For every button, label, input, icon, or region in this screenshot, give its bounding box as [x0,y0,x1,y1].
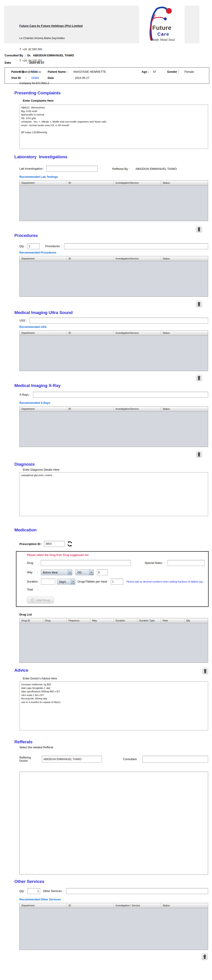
referral-input-row: Reffering Doctor Consultant [19,756,208,763]
trash-icon [202,954,207,959]
delete-procedure-button[interactable] [196,301,202,307]
total-label: Total : [27,588,39,591]
column-header-investigation-service: Investigation/Service [114,181,161,185]
column-header-note: Note [161,618,185,623]
logo-tagline: Body Mind Soul [152,38,175,41]
uss-input[interactable] [30,318,208,323]
column-header-way: Way [90,618,114,623]
company-email: E: jude@future.sc [19,70,82,74]
lab-testings-table: Department ID Investigation/Service Stat… [19,180,208,221]
section-title-xray: Medical Imaging X-Ray [14,383,212,388]
table-header-row: Department ID Investigation/Service Stat… [19,256,208,261]
column-header-id: ID [67,407,114,411]
advice-label: Enter Doctor's Advice Here [23,677,212,680]
company-name: Future Care by Future Holdings (Pty) Lim… [19,24,82,28]
section-title-diagnosis: Diagnosis [14,462,212,467]
patient-gender-value: Female [185,70,194,73]
recommended-procedures-label: Recommended Procedures [19,251,212,254]
per-meal-qty-input[interactable] [111,579,123,585]
other-services-input[interactable] [66,888,208,894]
column-header-status: Status [161,407,208,411]
procedures-qty-input[interactable] [27,243,40,249]
xray-input[interactable] [33,392,208,398]
trash-icon [197,452,201,457]
company-address: Le Chainter,Victoria,Mahe,Seychelles [19,37,82,40]
drug-suggestion-warning: Please select the Drug from Drug suggess… [27,554,208,557]
consultant-input[interactable] [143,756,208,763]
drug-input[interactable] [41,560,131,566]
total-row: Total : [27,588,208,591]
drug-list-label: Drug List [19,613,212,616]
section-title-advice: Advice [14,668,28,673]
table-header-row: Department ID Investigation/Service Stat… [19,181,208,186]
duration-label: Duration : [27,580,39,583]
column-header-investigation-service: Investigation / Service [114,903,161,908]
consultant-label: Consultant [123,757,137,761]
other-services-table: Department ID Investigation / Service St… [19,903,208,950]
prescription-id-input[interactable] [44,541,64,547]
frequency-select[interactable]: OD ▼ [75,570,94,575]
trash-icon [197,375,201,380]
column-header-status: Status [161,256,208,261]
procedures-qty-label: Qty : [19,245,25,248]
patient-age-value: 47 [153,70,167,73]
column-header-drug-id: Drug ID [19,618,43,623]
procedures-delete-row [0,301,208,307]
lab-investigation-row: Lab Investingation : Reffered By : ABIOD… [19,166,208,172]
section-title-other-services: Other Services [14,879,212,884]
company-info: Future Care by Future Holdings (Pty) Lim… [19,17,82,92]
recommended-lab-testings-label: Recommended Lab Testings [19,175,212,178]
procedures-input[interactable] [64,243,208,249]
delete-drug-button[interactable] [202,668,208,674]
advice-textarea[interactable]: Increase metformin 1g BID Add caps ferog… [19,681,208,730]
drug-label: Drug : [27,562,39,565]
special-notes-input[interactable] [167,560,204,566]
other-services-qty-input[interactable] [27,888,40,894]
section-title-laboratory-investigations: Laboratory Investigations [14,154,212,159]
table-header-row: Department ID Investigation / Service St… [19,903,208,908]
duration-unit-select[interactable]: Day/s ▼ [57,579,75,585]
chevron-down-icon: ▼ [68,570,72,575]
uss-table: Department ID Investigation/Service Stat… [19,330,208,371]
meal-timing-select[interactable]: Before Meal ▼ [41,570,72,575]
column-header-department: Department [19,181,67,185]
referral-listbox[interactable] [19,772,208,875]
drug-list-table: Drug ID Drug Fequency Way Duration Durat… [19,618,208,663]
complaints-textarea[interactable]: HBA1C- 90mmol/mol fbg- 9.69 mol/l lipid … [19,105,208,149]
table-body [19,261,208,296]
column-header-status: Status [161,331,208,336]
lab-investigation-input[interactable] [46,166,98,172]
refresh-prescription-button[interactable] [67,541,73,547]
column-header-department: Department [19,256,67,261]
column-header-duration: Duration [114,618,137,623]
delete-uss-button[interactable] [196,375,202,381]
delete-other-service-button[interactable] [202,953,208,960]
frequency-qty-input[interactable] [97,570,108,575]
drug-entry-panel: Please select the Drug from Drug suggess… [16,551,209,607]
patient-name-value: ANASTASIE HENRIETTE [73,70,141,73]
referring-doctor-input[interactable] [42,756,102,763]
column-header-frequency: Fequency [67,618,90,623]
add-drug-button[interactable]: + Add Drug [27,597,54,603]
column-header-id: ID [67,256,114,261]
procedures-label: Procedures : [45,245,61,248]
table-header-row: Department ID Investigation/Service Stat… [19,407,208,412]
diagnosis-textarea[interactable]: suboptimal glycemic control [19,472,208,516]
xray-label: X-Rays : [19,393,31,396]
referred-by-label: Reffered By : [112,167,130,170]
table-body [19,908,208,950]
duration-input[interactable] [41,579,55,585]
table-body [19,186,208,221]
meal-timing-value: Before Meal [41,570,68,575]
column-header-department: Department [19,407,67,411]
complaints-label: Enter Complaints Here [23,99,212,102]
trash-icon [197,227,201,232]
trash-icon [197,302,201,307]
other-services-delete-row [0,953,208,960]
logo-wordmark-future: Future [152,24,172,31]
column-header-id: ID [67,181,114,185]
table-body [19,336,208,371]
delete-lab-test-button[interactable] [196,226,202,232]
delete-xray-button[interactable] [196,451,202,458]
company-logo: Future Care ♥ Body Mind Soul [139,6,185,43]
